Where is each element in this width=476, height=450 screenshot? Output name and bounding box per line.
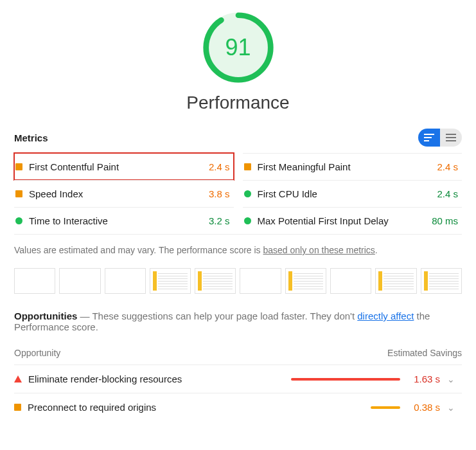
chevron-down-icon[interactable]: ⌄ [440,402,462,413]
square-orange-icon [15,190,22,197]
metric-value: 2.4 s [209,161,230,172]
lines-icon [446,134,456,141]
opportunities-intro: Opportunities — These suggestions can he… [14,310,462,332]
gauge-score: 91 [201,10,276,85]
svg-rect-3 [424,134,434,135]
circle-green-icon [244,217,251,224]
metric-value: 80 ms [432,215,458,226]
savings-bar [291,378,400,381]
metric-value: 2.4 s [437,161,458,172]
metric-row[interactable]: Max Potential First Input Delay80 ms [243,207,463,234]
filmstrip-frame [330,268,371,294]
metric-row[interactable]: Time to Interactive3.2 s [14,207,234,234]
metric-value: 3.8 s [209,188,230,199]
metric-row[interactable]: First Meaningful Paint2.4 s [243,153,463,180]
metric-name: Max Potential First Input Delay [258,215,389,226]
filmstrip-frame [59,268,100,294]
circle-green-icon [244,190,251,197]
view-toggle-detail[interactable] [440,129,462,147]
footnote-link[interactable]: based only on these metrics [263,245,375,255]
square-orange-icon [14,404,21,411]
circle-green-icon [15,217,22,224]
svg-rect-4 [424,137,432,138]
svg-rect-7 [446,137,456,138]
svg-rect-5 [424,140,429,141]
savings-bar [371,406,400,409]
opportunity-value: 0.38 s [407,402,440,413]
filmstrip-frame [375,268,416,294]
opportunity-name: Preconnect to required origins [28,402,156,413]
view-toggle-summary[interactable] [418,129,440,147]
opportunity-row[interactable]: Preconnect to required origins0.38 s⌄ [14,393,462,421]
score-gauge: 91 Performance [14,10,462,129]
opp-intro-link[interactable]: directly affect [357,310,414,321]
filmstrip-frame [285,268,326,294]
opportunity-name: Eliminate render-blocking resources [28,374,182,384]
svg-rect-8 [446,140,456,141]
filmstrip-frame [240,268,281,294]
triangle-red-icon [14,375,22,382]
metric-row[interactable]: First CPU Idle2.4 s [243,180,463,207]
metric-name: First Contentful Paint [29,161,119,172]
opportunity-value: 1.63 s [407,374,440,384]
metric-row[interactable]: First Contentful Paint2.4 s [14,153,234,180]
opportunity-row[interactable]: Eliminate render-blocking resources1.63 … [14,364,462,393]
chevron-down-icon[interactable]: ⌄ [440,374,462,384]
opp-col-left: Opportunity [14,348,60,358]
metric-name: Speed Index [29,188,83,199]
metric-value: 3.2 s [209,215,230,226]
filmstrip-frame [150,268,191,294]
gauge-label: Performance [186,93,289,113]
filmstrip-frame [105,268,146,294]
filmstrip-frame [421,268,462,294]
metric-name: First Meaningful Paint [258,161,351,172]
metric-value: 2.4 s [437,188,458,199]
view-toggle[interactable] [418,129,462,147]
svg-rect-6 [446,134,456,135]
square-orange-icon [244,163,251,170]
metrics-heading: Metrics [14,132,48,143]
filmstrip-frame [14,268,55,294]
filmstrip [14,268,462,294]
metrics-grid: First Contentful Paint2.4 sFirst Meaning… [14,153,462,234]
opp-col-right: Estimated Savings [387,348,462,358]
filmstrip-frame [195,268,236,294]
metric-name: First CPU Idle [258,188,317,199]
opportunities-header: Opportunity Estimated Savings [14,348,462,364]
metrics-footnote: Values are estimated and may vary. The p… [14,235,462,268]
opportunities-list: Eliminate render-blocking resources1.63 … [14,364,462,421]
lines-left-icon [424,134,434,141]
metric-name: Time to Interactive [29,215,108,226]
square-orange-icon [15,163,22,170]
metric-row[interactable]: Speed Index3.8 s [14,180,234,207]
